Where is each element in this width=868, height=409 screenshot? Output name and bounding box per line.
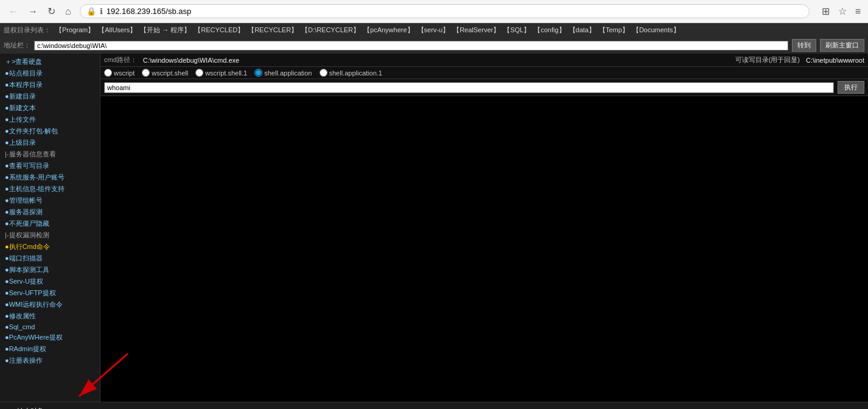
sidebar-item-upload[interactable]: ●上传文件 <box>0 114 100 125</box>
sidebar-item-registry[interactable]: ●注册表操作 <box>0 355 100 366</box>
main-layout: ＋>查看硬盘 ●站点根目录 ●本程序目录 ●新建目录 ●新建文本 ●上传文件 ●… <box>0 54 868 402</box>
goto-button[interactable]: 转到 <box>792 39 816 52</box>
home-button[interactable]: ⌂ <box>61 4 75 19</box>
sidebar-item-modify-attr[interactable]: ●修改属性 <box>0 310 100 322</box>
cmd-readable-path: C:\inetpub\wwwroot <box>806 57 864 64</box>
sidebar-item-radmin[interactable]: ●RAdmin提权 <box>0 343 100 355</box>
execute-button[interactable]: 执行 <box>838 81 864 94</box>
radio-bar: wscript wscript.shell wscript.shell.1 sh… <box>100 67 868 79</box>
bookmark-program[interactable]: 【Program】 <box>54 25 96 35</box>
bookmark-pcanywhere[interactable]: 【pcAnywhere】 <box>362 25 415 35</box>
sidebar-item-servu[interactable]: ●Serv-U提权 <box>0 276 100 287</box>
extensions-button[interactable]: ⊞ <box>819 3 832 19</box>
radio-shell-application-1[interactable]: shell.application.1 <box>320 69 382 77</box>
radio-wscript-shell-1[interactable]: wscript.shell.1 <box>195 69 247 77</box>
browser-actions: ⊞ ☆ ≡ <box>819 3 863 19</box>
sidebar-item-view-disk[interactable]: ＋>查看硬盘 <box>0 56 100 68</box>
cmd-path-label: cmd路径： <box>104 55 137 65</box>
back-button[interactable]: ← <box>5 4 22 19</box>
sidebar-item-sqlcmd[interactable]: ●Sql_cmd <box>0 322 100 332</box>
url-input[interactable] <box>107 7 803 16</box>
refresh-button[interactable]: ↻ <box>44 3 59 19</box>
address-bar-container: 🔒 ℹ <box>80 4 810 18</box>
cmd-input-bar: 执行 <box>100 79 868 96</box>
radio-wscript-shell-label: wscript.shell <box>152 69 188 77</box>
security-icon: 🔒 <box>86 7 96 16</box>
bottom-status-bar: 缺少对象 <box>0 402 868 409</box>
radio-wscript-label: wscript <box>114 69 135 77</box>
sidebar-item-server-probe[interactable]: ●服务器探测 <box>0 206 100 218</box>
bookmark-config[interactable]: 【config】 <box>533 25 566 35</box>
sidebar-item-new-dir[interactable]: ●新建目录 <box>0 91 100 102</box>
bookmark-allusers[interactable]: 【AllUsers】 <box>97 25 138 35</box>
forward-button[interactable]: → <box>24 4 41 19</box>
sidebar-item-program-dir[interactable]: ●本程序目录 <box>0 79 100 91</box>
command-input[interactable] <box>104 82 834 93</box>
sidebar-item-new-text[interactable]: ●新建文本 <box>0 102 100 114</box>
bookmark-recycled[interactable]: 【RECYCLED】 <box>193 25 245 35</box>
radio-wscript-shell-input[interactable] <box>142 69 150 77</box>
bookmark-documents[interactable]: 【Documents】 <box>631 25 681 35</box>
path-bar: 地址栏： 转到 刷新主窗口 <box>0 37 868 54</box>
bookmark-data[interactable]: 【data】 <box>568 25 597 35</box>
sidebar-item-script-probe[interactable]: ●脚本探测工具 <box>0 264 100 276</box>
sidebar-item-parent-dir[interactable]: ●上级目录 <box>0 137 100 149</box>
browser-toolbar: ← → ↻ ⌂ 🔒 ℹ ⊞ ☆ ≡ <box>0 0 868 23</box>
content-area: cmd路径： C:\windows\debug\WIA\cmd.exe 可读写目… <box>100 54 868 402</box>
bookmark-start-programs[interactable]: 【开始 → 程序】 <box>139 25 192 35</box>
sidebar: ＋>查看硬盘 ●站点根目录 ●本程序目录 ●新建目录 ●新建文本 ●上传文件 ●… <box>0 54 100 402</box>
cmd-readable-label: 可读写目录(用于回显) <box>735 55 800 65</box>
bookmarks-bar: 提权目录列表： 【Program】 【AllUsers】 【开始 → 程序】 【… <box>0 23 868 37</box>
bookmark-d-recycler[interactable]: 【D:\RECYCLER】 <box>300 25 361 35</box>
sidebar-item-wmi[interactable]: ●WMI远程执行命令 <box>0 299 100 310</box>
radio-shell-application-1-label: shell.application.1 <box>329 69 382 77</box>
bookmark-sql[interactable]: 【SQL】 <box>502 25 531 35</box>
sidebar-item-zombie[interactable]: ●不死僵尸隐藏 <box>0 218 100 229</box>
radio-shell-application-input[interactable] <box>254 69 262 77</box>
path-label: 地址栏： <box>4 41 30 50</box>
sidebar-section-priv-esc: |-提权漏洞检测 <box>0 229 100 241</box>
bookmark-recycler[interactable]: 【RECYCLER】 <box>247 25 299 35</box>
radio-wscript-shell-1-label: wscript.shell.1 <box>205 69 247 77</box>
radio-wscript-input[interactable] <box>104 69 112 77</box>
radio-shell-application[interactable]: shell.application <box>254 69 312 77</box>
refresh-main-button[interactable]: 刷新主窗口 <box>820 39 864 52</box>
status-text: 缺少对象 <box>17 407 44 409</box>
radio-wscript[interactable]: wscript <box>104 69 135 77</box>
sidebar-item-admin-group[interactable]: ●管理组帐号 <box>0 195 100 206</box>
bookmark-temp[interactable]: 【Temp】 <box>598 25 630 35</box>
menu-button[interactable]: ≡ <box>853 4 863 19</box>
terminal-output <box>100 96 868 402</box>
favorites-button[interactable]: ☆ <box>836 3 849 19</box>
sidebar-item-servuftp[interactable]: ●Serv-UFTP提权 <box>0 287 100 299</box>
sidebar-item-sys-services[interactable]: ●系统服务-用户账号 <box>0 172 100 183</box>
radio-wscript-shell[interactable]: wscript.shell <box>142 69 188 77</box>
sidebar-item-writable-dirs[interactable]: ●查看可写目录 <box>0 160 100 172</box>
sidebar-section-server-info: |-服务器信息查看 <box>0 149 100 160</box>
radio-shell-application-1-input[interactable] <box>320 69 327 77</box>
cmd-info-bar: cmd路径： C:\windows\debug\WIA\cmd.exe 可读写目… <box>100 54 868 67</box>
sidebar-item-port-scan[interactable]: ●端口扫描器 <box>0 253 100 264</box>
info-icon: ℹ <box>100 7 103 16</box>
bookmark-realserver[interactable]: 【RealServer】 <box>452 25 501 35</box>
bookmarks-label: 提权目录列表： <box>4 26 51 35</box>
radio-wscript-shell-1-input[interactable] <box>195 69 203 77</box>
path-input[interactable] <box>34 41 788 51</box>
sidebar-item-site-root[interactable]: ●站点根目录 <box>0 68 100 79</box>
sidebar-item-cmd[interactable]: ●执行Cmd命令 <box>0 241 100 253</box>
sidebar-item-host-info[interactable]: ●主机信息-组件支持 <box>0 183 100 195</box>
sidebar-item-pcanywhere[interactable]: ●PcAnyWHere提权 <box>0 332 100 343</box>
nav-buttons: ← → ↻ ⌂ <box>5 3 75 19</box>
cmd-path-value: C:\windows\debug\WIA\cmd.exe <box>143 57 239 64</box>
sidebar-item-zip[interactable]: ●文件夹打包-解包 <box>0 125 100 137</box>
bookmark-servu[interactable]: 【serv-u】 <box>416 25 451 35</box>
radio-shell-application-label: shell.application <box>264 69 312 77</box>
